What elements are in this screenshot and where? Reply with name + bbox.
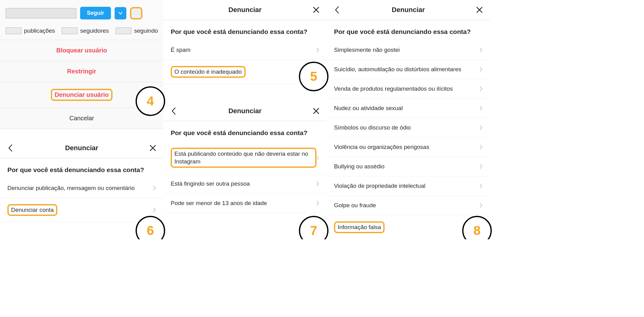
chevron-right-icon: [479, 203, 483, 208]
column-steps-4-6: Seguir publicações seguidores seguindo B…: [0, 0, 163, 239]
back-button[interactable]: [6, 144, 15, 152]
chevron-right-icon: [316, 200, 319, 206]
report-header-7: Denunciar: [163, 101, 327, 121]
close-button[interactable]: [475, 6, 484, 14]
profile-stats-row: publicações seguidores seguindo: [0, 24, 163, 40]
chevron-right-icon: [479, 105, 483, 111]
chevron-right-icon: [479, 67, 483, 72]
column-steps-5-7: Denunciar Por que você está denunciando …: [163, 0, 327, 239]
option-nudity[interactable]: Nudez ou atividade sexual: [327, 99, 490, 118]
option-label: Denunciar publicação, mensagem ou coment…: [7, 185, 153, 191]
report-title: Denunciar: [178, 107, 312, 115]
close-button[interactable]: [149, 144, 157, 152]
option-regulated-goods[interactable]: Venda de produtos regulamentados ou ilíc…: [327, 79, 490, 99]
report-title: Denunciar: [178, 6, 312, 14]
report-question: Por que você está denunciando essa conta…: [163, 121, 327, 142]
option-label: Violência ou organizações perigosas: [334, 144, 479, 150]
report-question: Por que você está denunciando essa conta…: [327, 20, 490, 40]
close-icon: [476, 6, 483, 13]
chevron-right-icon: [479, 86, 483, 92]
option-label: É spam: [171, 47, 316, 53]
chevron-right-icon: [153, 185, 156, 191]
chevron-left-icon: [335, 6, 340, 14]
option-posting-bad-content[interactable]: Está publicando conteúdo que não deveria…: [163, 142, 327, 174]
option-bullying[interactable]: Bullying ou assédio: [327, 157, 490, 176]
report-header-5: Denunciar: [163, 0, 327, 20]
close-icon: [313, 108, 320, 114]
step-badge-4: 4: [136, 86, 165, 116]
action-sheet: Bloquear usuário Restringir Denunciar us…: [0, 40, 163, 129]
chevron-right-icon: [316, 47, 319, 53]
back-button[interactable]: [169, 107, 178, 115]
report-question: Por que você está denunciando essa conta…: [0, 158, 163, 179]
sheet-cancel[interactable]: Cancelar: [0, 108, 163, 129]
stat-followers: seguidores: [62, 27, 109, 34]
option-pretending[interactable]: Está fingindo ser outra pessoa: [163, 174, 327, 194]
chevron-right-icon: [153, 207, 156, 213]
chevron-right-icon: [479, 164, 483, 169]
follow-button[interactable]: Seguir: [80, 7, 111, 19]
option-dont-like[interactable]: Simplesmente não gostei: [327, 40, 490, 60]
chevron-right-icon: [479, 144, 483, 150]
option-label: Está publicando conteúdo que não deveria…: [171, 148, 316, 168]
more-options-button[interactable]: [130, 7, 142, 19]
chevron-right-icon: [316, 181, 319, 187]
option-report-account[interactable]: Denunciar conta: [0, 198, 163, 222]
stat-posts: publicações: [6, 27, 55, 34]
option-label: Símbolos ou discurso de ódio: [334, 124, 479, 131]
option-label: Informação falsa: [334, 221, 385, 233]
report-title: Denunciar: [15, 144, 149, 152]
option-label: Venda de produtos regulamentados ou ilíc…: [334, 85, 479, 92]
chevron-right-icon: [479, 47, 483, 53]
option-label: Pode ser menor de 13 anos de idade: [171, 200, 316, 207]
close-button[interactable]: [312, 6, 320, 14]
follow-dropdown-button[interactable]: [115, 7, 126, 19]
option-hate[interactable]: Símbolos ou discurso de ódio: [327, 118, 490, 138]
close-button[interactable]: [312, 107, 320, 115]
option-report-post-msg-comment[interactable]: Denunciar publicação, mensagem ou coment…: [0, 179, 163, 198]
username-placeholder: [6, 8, 76, 19]
chevron-right-icon: [479, 125, 483, 130]
option-label: Violação de propriedade intelectual: [334, 183, 479, 189]
close-icon: [313, 6, 320, 13]
report-question: Por que você está denunciando essa conta…: [163, 20, 327, 40]
option-label: Suicídio, automutilação ou distúrbios al…: [334, 66, 479, 73]
option-label: Golpe ou fraude: [334, 202, 479, 209]
option-self-harm[interactable]: Suicídio, automutilação ou distúrbios al…: [327, 60, 490, 79]
column-step-8: Denunciar Por que você está denunciando …: [327, 0, 490, 239]
option-label: Nudez ou atividade sexual: [334, 105, 479, 112]
step-badge-7: 7: [299, 216, 328, 239]
option-spam[interactable]: É spam: [163, 40, 327, 60]
report-header-8: Denunciar: [327, 0, 490, 20]
option-label: Bullying ou assédio: [334, 163, 479, 170]
chevron-down-icon: [118, 12, 123, 15]
option-label: Está fingindo ser outra pessoa: [171, 180, 316, 187]
report-header-6: Denunciar: [0, 138, 163, 158]
close-icon: [149, 145, 156, 151]
step-badge-5: 5: [299, 62, 328, 91]
chevron-left-icon: [171, 107, 176, 115]
option-scam[interactable]: Golpe ou fraude: [327, 196, 490, 215]
option-label: Simplesmente não gostei: [334, 47, 479, 53]
sheet-restrict[interactable]: Restringir: [0, 61, 163, 82]
option-under-13[interactable]: Pode ser menor de 13 anos de idade: [163, 194, 327, 213]
stat-following: seguindo: [116, 27, 158, 34]
profile-header: Seguir: [0, 0, 163, 24]
chevron-left-icon: [8, 144, 13, 152]
back-button[interactable]: [333, 6, 341, 14]
sheet-report-user-label: Denunciar usuário: [51, 89, 112, 101]
report-title: Denunciar: [341, 6, 475, 14]
chevron-right-icon: [479, 183, 483, 189]
option-violence[interactable]: Violência ou organizações perigosas: [327, 138, 490, 157]
option-label: O conteúdo é inadequado: [171, 66, 246, 78]
sheet-block-user[interactable]: Bloquear usuário: [0, 40, 163, 61]
chevron-right-icon: [316, 155, 319, 161]
option-label: Denunciar conta: [7, 204, 57, 216]
option-ip-violation[interactable]: Violação de propriedade intelectual: [327, 176, 490, 196]
